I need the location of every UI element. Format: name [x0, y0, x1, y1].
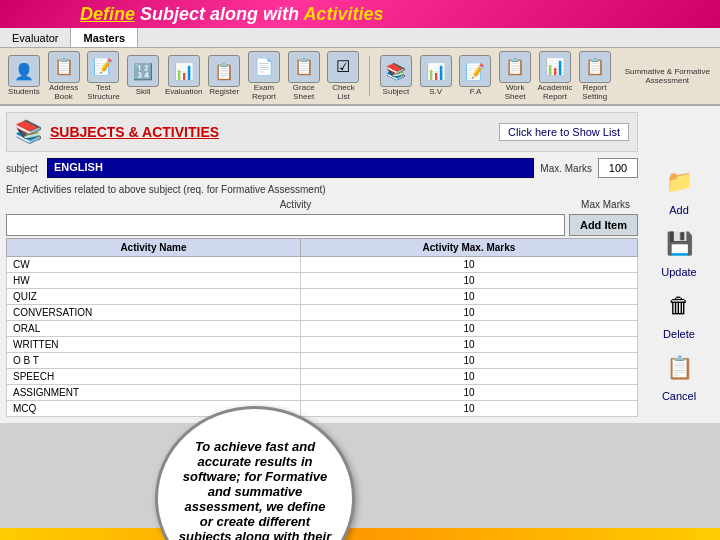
toolbar: 👤 Students 📋 Address Book 📝 Test Structu…	[0, 48, 720, 106]
panel-header: 📚 SUBJECTS & ACTIVITIES Click here to Sh…	[6, 112, 638, 152]
subject-icon: 📚	[380, 55, 412, 87]
academicreport-icon: 📊	[539, 51, 571, 83]
add-item-button[interactable]: Add Item	[569, 214, 638, 236]
reportsetting-icon: 📋	[579, 51, 611, 83]
max-marks-label: Max. Marks	[540, 163, 592, 174]
books-icon: 📚	[15, 119, 42, 145]
skill-icon: 🔢	[127, 55, 159, 87]
col-header-marks: Activity Max. Marks	[300, 239, 637, 257]
toolbar-evaluation[interactable]: 📊 Evaluation	[165, 55, 202, 97]
activity-marks-cell: 10	[300, 305, 637, 321]
tabs-bar: Evaluator Masters	[0, 28, 720, 48]
addressbook-icon: 📋	[48, 51, 80, 83]
add-button[interactable]: 📁 Add	[644, 162, 714, 216]
sv-icon: 📊	[420, 55, 452, 87]
table-row: WRITTEN10	[7, 337, 638, 353]
table-row: CONVERSATION10	[7, 305, 638, 321]
activity-marks-cell: 10	[300, 273, 637, 289]
cancel-icon: 📋	[657, 348, 701, 388]
examreport-icon: 📄	[248, 51, 280, 83]
activity-marks-cell: 10	[300, 257, 637, 273]
gracesheet-icon: 📋	[288, 51, 320, 83]
tab-evaluator[interactable]: Evaluator	[0, 28, 71, 47]
toolbar-subject-label: Subject	[383, 88, 410, 97]
toolbar-fa[interactable]: 📝 F.A	[458, 55, 494, 97]
table-row: O B T10	[7, 353, 638, 369]
activity-marks-cell: 10	[300, 401, 637, 417]
subject-row: subject ENGLISH Max. Marks	[6, 156, 638, 180]
checklist-icon: ☑	[327, 51, 359, 83]
update-icon: 💾	[657, 224, 701, 264]
toolbar-student[interactable]: 👤 Students	[6, 55, 42, 97]
table-row: ASSIGNMENT10	[7, 385, 638, 401]
activities-note: Enter Activities related to above subjec…	[6, 184, 638, 195]
activity-name-cell: CW	[7, 257, 301, 273]
cancel-label: Cancel	[662, 390, 696, 402]
worksheet-icon: 📋	[499, 51, 531, 83]
evaluation-icon: 📊	[168, 55, 200, 87]
activity-marks-cell: 10	[300, 369, 637, 385]
show-list-button[interactable]: Click here to Show List	[499, 123, 629, 141]
toolbar-examreport-label: Exam Report	[246, 84, 282, 102]
subject-input[interactable]: ENGLISH	[47, 158, 534, 178]
toolbar-register-label: Register	[209, 88, 239, 97]
main-content: 📚 SUBJECTS & ACTIVITIES Click here to Sh…	[0, 106, 720, 423]
table-row: MCQ10	[7, 401, 638, 417]
activity-name-cell: CONVERSATION	[7, 305, 301, 321]
subject-label: subject	[6, 163, 41, 174]
activity-name-cell: ASSIGNMENT	[7, 385, 301, 401]
toolbar-sv-label: S.V	[429, 88, 442, 97]
toolbar-checklist[interactable]: ☑ Check List	[326, 51, 362, 102]
fa-icon: 📝	[459, 55, 491, 87]
activity-name-cell: WRITTEN	[7, 337, 301, 353]
toolbar-examreport[interactable]: 📄 Exam Report	[246, 51, 282, 102]
delete-label: Delete	[663, 328, 695, 340]
activity-marks-cell: 10	[300, 321, 637, 337]
toolbar-worksheet[interactable]: 📋 Work Sheet	[497, 51, 533, 102]
cancel-button[interactable]: 📋 Cancel	[644, 348, 714, 402]
tab-masters[interactable]: Masters	[71, 28, 138, 47]
toolbar-evaluation-label: Evaluation	[165, 88, 202, 97]
toolbar-sv[interactable]: 📊 S.V	[418, 55, 454, 97]
table-row: CW10	[7, 257, 638, 273]
toolbar-test[interactable]: 📝 Test Structure	[86, 51, 122, 102]
header: Define Subject along with Activities	[0, 0, 720, 28]
max-marks-input[interactable]	[598, 158, 638, 178]
activity-name-cell: O B T	[7, 353, 301, 369]
toolbar-reportsetting[interactable]: 📋 Report Setting	[577, 51, 613, 102]
activity-marks-cell: 10	[300, 385, 637, 401]
delete-icon: 🗑	[657, 286, 701, 326]
toolbar-academicreport[interactable]: 📊 Academic Report	[537, 51, 573, 102]
table-row: QUIZ10	[7, 289, 638, 305]
toolbar-skill-label: Skill	[136, 88, 151, 97]
toolbar-gracesheet[interactable]: 📋 Grace Sheet	[286, 51, 322, 102]
add-label: Add	[669, 204, 689, 216]
toolbar-separator	[369, 56, 370, 96]
bottom-bar	[0, 528, 720, 540]
toolbar-reportsetting-label: Report Setting	[577, 84, 613, 102]
activity-marks-cell: 10	[300, 289, 637, 305]
toolbar-subject[interactable]: 📚 Subject	[378, 55, 414, 97]
table-row: SPEECH10	[7, 369, 638, 385]
max-marks-col-label: Max Marks	[581, 199, 634, 210]
toolbar-addressbook[interactable]: 📋 Address Book	[46, 51, 82, 102]
activity-name-cell: ORAL	[7, 321, 301, 337]
toolbar-register[interactable]: 📋 Register	[206, 55, 242, 97]
header-define: Define	[80, 4, 135, 24]
toolbar-group-label: Summative & Formative Assessment	[617, 67, 714, 85]
header-activities: Activities	[303, 4, 383, 24]
panel-title: SUBJECTS & ACTIVITIES	[50, 124, 219, 140]
add-item-input[interactable]	[6, 214, 565, 236]
toolbar-addressbook-label: Address Book	[46, 84, 82, 102]
test-icon: 📝	[87, 51, 119, 83]
add-icon: 📁	[657, 162, 701, 202]
header-title: Define Subject along with Activities	[80, 4, 383, 25]
table-row: ORAL10	[7, 321, 638, 337]
update-button[interactable]: 💾 Update	[644, 224, 714, 278]
activity-name-cell: HW	[7, 273, 301, 289]
toolbar-fa-label: F.A	[470, 88, 482, 97]
delete-button[interactable]: 🗑 Delete	[644, 286, 714, 340]
toolbar-checklist-label: Check List	[326, 84, 362, 102]
toolbar-skill[interactable]: 🔢 Skill	[125, 55, 161, 97]
toolbar-gracesheet-label: Grace Sheet	[286, 84, 322, 102]
